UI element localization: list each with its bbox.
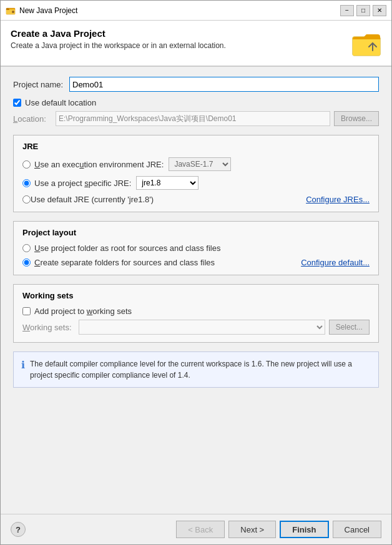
- add-working-sets-checkbox[interactable]: [22, 307, 31, 315]
- header-section: Create a Java Project Create a Java proj…: [1, 21, 391, 67]
- jre-env-select: JavaSE-1.7: [169, 157, 231, 171]
- layout-root-radio[interactable]: [22, 244, 31, 252]
- working-sets-label-row: Working sets: Select...: [22, 320, 370, 335]
- jre-title: JRE: [22, 142, 370, 151]
- jre-specific-radio[interactable]: [22, 179, 31, 187]
- jre-env-radio[interactable]: [22, 160, 31, 169]
- default-location-row: Use default location: [13, 98, 379, 107]
- content-area: Project name: Use default location Locat…: [1, 67, 391, 514]
- minimize-button[interactable]: −: [340, 5, 354, 16]
- configure-default-link[interactable]: Configure default...: [301, 258, 370, 267]
- layout-root-label: Use project folder as root for sources a…: [34, 243, 220, 253]
- location-row: Location: Browse...: [13, 111, 379, 126]
- next-button[interactable]: Next >: [228, 521, 276, 538]
- jre-default-label: Use default JRE (currently 'jre1.8'): [31, 195, 154, 204]
- jre-default-radio[interactable]: [22, 195, 31, 204]
- use-default-location-checkbox[interactable]: [13, 99, 21, 107]
- maximize-button[interactable]: □: [356, 5, 370, 16]
- close-button[interactable]: ✕: [373, 5, 386, 16]
- layout-separate-radio[interactable]: [22, 258, 31, 267]
- jre-option3-row: Use default JRE (currently 'jre1.8') Con…: [22, 195, 370, 204]
- project-layout-section: Project layout Use project folder as roo…: [13, 221, 379, 275]
- footer: ? < Back Next > Finish Cancel: [1, 514, 391, 544]
- title-bar: New Java Project − □ ✕: [1, 1, 391, 21]
- use-default-location-label: Use default location: [25, 98, 96, 107]
- working-sets-section: Working sets Add project to working sets…: [13, 284, 379, 343]
- window-icon: [6, 6, 16, 16]
- layout-separate-label: Create separate folders for sources and …: [34, 258, 215, 267]
- working-sets-label: Working sets:: [22, 323, 79, 332]
- cancel-button[interactable]: Cancel: [333, 521, 381, 538]
- configure-jres-link[interactable]: Configure JREs...: [306, 195, 370, 204]
- info-text: The default compiler compliance level fo…: [30, 358, 371, 381]
- project-name-label: Project name:: [13, 80, 69, 89]
- browse-button: Browse...: [334, 111, 379, 126]
- select-working-sets-button: Select...: [329, 320, 370, 335]
- add-working-sets-label: Add project to working sets: [34, 307, 132, 316]
- window: New Java Project − □ ✕ Create a Java Pro…: [0, 0, 392, 545]
- info-icon: ℹ: [21, 359, 25, 371]
- location-label: Location:: [13, 114, 56, 124]
- header-title: Create a Java Project: [11, 28, 226, 39]
- layout-option1-row: Use project folder as root for sources a…: [22, 243, 370, 253]
- working-sets-title: Working sets: [22, 291, 370, 300]
- project-name-row: Project name:: [13, 77, 379, 92]
- footer-left: ?: [11, 522, 26, 537]
- header-text: Create a Java Project Create a Java proj…: [11, 28, 226, 50]
- header-folder-icon: [351, 28, 381, 58]
- info-box: ℹ The default compiler compliance level …: [13, 351, 379, 388]
- jre-section: JRE Use an execution environment JRE: Ja…: [13, 135, 379, 212]
- finish-button[interactable]: Finish: [280, 521, 328, 538]
- window-controls: − □ ✕: [340, 5, 386, 16]
- svg-point-3: [12, 11, 14, 13]
- layout-option2-row: Create separate folders for sources and …: [22, 258, 370, 267]
- svg-rect-6: [353, 39, 380, 56]
- jre-option1-row: Use an execution environment JRE: JavaSE…: [22, 157, 370, 171]
- footer-right: < Back Next > Finish Cancel: [176, 521, 381, 538]
- jre-option2-row: Use a project specific JRE: jre1.8: [22, 176, 370, 190]
- jre-env-label: Use an execution environment JRE:: [34, 160, 164, 169]
- jre-specific-label: Use a project specific JRE:: [34, 179, 131, 188]
- header-subtitle: Create a Java project in the workspace o…: [11, 41, 226, 50]
- jre-specific-select[interactable]: jre1.8: [136, 176, 198, 190]
- help-button[interactable]: ?: [11, 522, 26, 537]
- working-sets-select: [79, 320, 325, 335]
- back-button[interactable]: < Back: [176, 521, 225, 538]
- project-name-input[interactable]: [69, 77, 379, 92]
- add-to-working-sets-row: Add project to working sets: [22, 307, 370, 316]
- location-input: [56, 111, 330, 126]
- window-title: New Java Project: [19, 6, 340, 15]
- project-layout-title: Project layout: [22, 228, 370, 237]
